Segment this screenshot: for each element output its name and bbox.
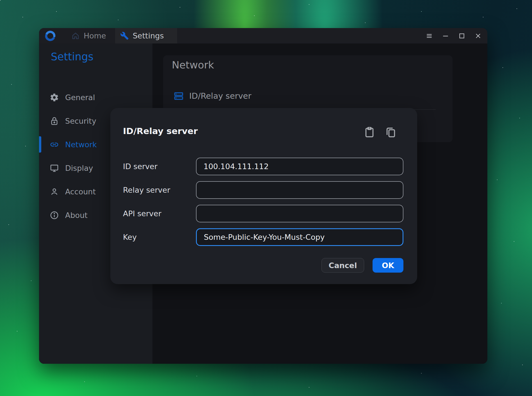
link-icon [50, 140, 59, 149]
wrench-icon [120, 31, 129, 40]
close-icon [474, 32, 482, 40]
sidebar-item-label: Account [65, 187, 96, 196]
maximize-icon [458, 32, 465, 40]
api-server-label: API server [123, 205, 193, 222]
titlebar: Home Settings [39, 28, 487, 43]
id-relay-server-dialog: ID/Relay server ID server [110, 108, 417, 284]
selected-indicator [39, 136, 41, 153]
api-server-input[interactable] [196, 205, 403, 222]
titlebar-spacer [177, 28, 424, 43]
rustdesk-logo-icon [44, 30, 56, 42]
dialog-title: ID/Relay server [123, 126, 198, 136]
sidebar-item-label: About [65, 211, 88, 220]
person-icon [50, 187, 59, 196]
copy-icon [385, 126, 396, 138]
hamburger-icon [426, 32, 433, 40]
gear-icon [50, 93, 59, 102]
desktop-wallpaper: Home Settings [0, 0, 532, 396]
sidebar-title: Settings [51, 51, 93, 63]
minimize-icon [442, 32, 449, 40]
sidebar-item-label: Network [65, 140, 97, 149]
tab-settings-label: Settings [133, 31, 164, 40]
tab-settings[interactable]: Settings [115, 28, 177, 43]
close-button[interactable] [473, 31, 483, 41]
window-menu-button[interactable] [424, 31, 435, 41]
dialog-header-icons [364, 126, 397, 138]
info-icon [50, 211, 59, 220]
minimize-button[interactable] [440, 31, 451, 41]
paste-button[interactable] [364, 126, 376, 138]
copy-button[interactable] [385, 126, 397, 138]
stars [0, 0, 1, 1]
home-icon [71, 32, 80, 40]
key-label: Key [123, 228, 193, 246]
relay-server-label: Relay server [123, 181, 193, 199]
id-server-label: ID server [123, 158, 193, 175]
sidebar-item-label: Display [65, 164, 93, 172]
tab-home-label: Home [84, 31, 106, 40]
sidebar-item-label: Security [65, 117, 96, 125]
tab-home[interactable]: Home [62, 28, 115, 43]
key-input[interactable] [196, 228, 403, 246]
clipboard-paste-icon [364, 126, 375, 138]
relay-server-input[interactable] [196, 181, 403, 199]
ok-button[interactable]: OK [373, 258, 403, 273]
app-window: Home Settings [39, 28, 487, 364]
id-relay-server-row[interactable]: ID/Relay server [163, 88, 453, 104]
maximize-button[interactable] [456, 31, 467, 41]
server-icon [173, 91, 184, 101]
monitor-icon [50, 164, 59, 173]
window-controls [424, 28, 487, 43]
sidebar-item-general[interactable]: General [39, 89, 152, 105]
lock-icon [50, 116, 59, 126]
network-heading: Network [172, 59, 214, 71]
cancel-button[interactable]: Cancel [321, 258, 364, 273]
id-relay-server-label: ID/Relay server [189, 91, 251, 101]
id-server-input[interactable] [196, 158, 403, 175]
sidebar-item-label: General [65, 93, 95, 102]
